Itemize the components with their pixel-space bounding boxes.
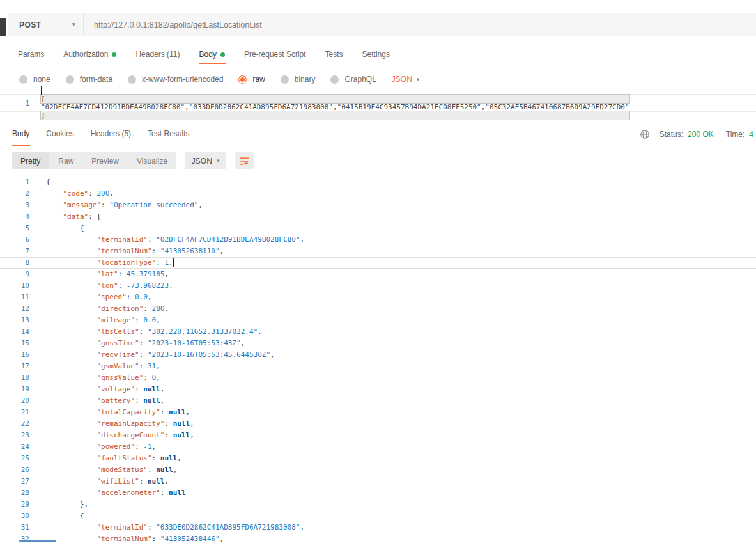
request-body-text: "02DFCF4AF7CD412D91BDEA49B028FC80","033D… (41, 103, 629, 111)
request-tab-body[interactable]: Body (199, 46, 226, 64)
body-mode-none[interactable]: none (19, 75, 50, 84)
request-tab-params[interactable]: Params (17, 46, 45, 64)
view-mode-pretty[interactable]: Pretty (12, 152, 49, 169)
request-tab-authorization[interactable]: Authorization (63, 46, 117, 64)
radio-icon (128, 75, 136, 84)
line-text: "message": "Operation succeeded", (36, 200, 203, 211)
response-tabs: BodyCookiesHeaders (5)Test Results (12, 122, 190, 146)
tab-label: Authorization (63, 50, 108, 59)
request-tabs: ParamsAuthorizationHeaders (11)BodyPre-r… (17, 46, 756, 64)
code-line-26: 26 "modeStatus": null, (0, 464, 756, 476)
body-mode-x-www-form-urlencoded[interactable]: x-www-form-urlencoded (128, 75, 223, 84)
body-mode-raw[interactable]: raw (238, 75, 265, 84)
method-select[interactable]: POST ▾ (8, 13, 84, 36)
url-input[interactable]: http://127.0.0.1:8182/apollo/getLastLoca… (84, 13, 756, 36)
line-text: "recvTime": "2023-10-16T05:53:45.644530Z… (36, 349, 275, 361)
text-cursor (41, 86, 42, 95)
code-line-14: 14 "lbsCells": "302,220,11652,31337032,4… (0, 326, 756, 338)
line-text: "gnssValue": 0, (36, 372, 160, 384)
code-line-22: 22 "remainCapacity": null, (0, 418, 756, 430)
tab-label: Headers (11) (135, 50, 180, 59)
code-line-2: 2 "code": 200, (0, 188, 756, 200)
request-tab-pre-request-script[interactable]: Pre-request Script (243, 46, 307, 64)
mode-label: binary (295, 75, 316, 84)
unsaved-changes-dot (112, 52, 116, 57)
line-text: "lat": 45.379185, (36, 269, 169, 280)
request-body-editor[interactable]: 1 ["02DFCF4AF7CD412D91BDEA49B028FC80","0… (0, 94, 756, 112)
view-mode-visualize[interactable]: Visualize (128, 152, 176, 169)
line-text: "direction": 280, (36, 303, 169, 315)
code-line-19: 19 "voltage": null, (0, 384, 756, 395)
view-mode-preview[interactable]: Preview (82, 152, 128, 169)
method-label: POST (19, 20, 41, 29)
response-header: BodyCookiesHeaders (5)Test Results Statu… (0, 122, 756, 146)
line-text: "gnssTime": "2023-10-16T05:53:43Z", (36, 338, 245, 349)
line-number: 4 (0, 211, 36, 223)
line-number: 10 (0, 280, 36, 292)
request-tab-headers-11[interactable]: Headers (11) (135, 46, 180, 64)
line-text: "modeStatus": null, (36, 464, 177, 476)
sidebar-toggle[interactable] (0, 18, 6, 36)
response-tab-body[interactable]: Body (12, 122, 30, 146)
line-text: "data": [ (36, 211, 101, 223)
view-mode-raw[interactable]: Raw (49, 152, 82, 169)
line-number: 28 (0, 487, 36, 499)
line-text: "lbsCells": "302,220,11652,31337032,4", (36, 326, 262, 338)
response-view-modes: PrettyRawPreviewVisualize (12, 152, 176, 169)
bracket-open: [ (41, 95, 629, 103)
mode-label: raw (252, 75, 265, 84)
line-number: 9 (0, 269, 36, 280)
line-number: 11 (0, 292, 36, 303)
line-text: "gsmValue": 31, (36, 361, 160, 372)
response-tab-headers-5[interactable]: Headers (5) (90, 122, 132, 146)
body-language-select[interactable]: JSON ▾ (392, 75, 420, 84)
code-line-11: 11 "speed": 0.0, (0, 292, 756, 303)
code-line-15: 15 "gnssTime": "2023-10-16T05:53:43Z", (0, 338, 756, 349)
request-tab-tests[interactable]: Tests (325, 46, 344, 64)
line-number: 20 (0, 395, 36, 407)
line-number: 19 (0, 384, 36, 395)
body-mode-graphql[interactable]: GraphQL (330, 75, 376, 84)
radio-selected-icon (238, 75, 247, 84)
line-text: "terminalId": "033DE0D2862C41AD895FD6A72… (36, 522, 304, 533)
url-bar: POST ▾ http://127.0.0.1:8182/apollo/getL… (8, 13, 756, 36)
response-code-lines[interactable]: 1{2 "code": 200,3 "message": "Operation … (0, 177, 756, 543)
wrap-text-button[interactable] (235, 152, 254, 169)
code-line-7: 7 "terminalNum": "413052638110", (0, 246, 756, 257)
line-text: "locationType": 1, (36, 258, 174, 268)
line-text: "wifiList": null, (36, 476, 169, 487)
line-number: 13 (0, 315, 36, 326)
request-url-row: POST ▾ http://127.0.0.1:8182/apollo/getL… (0, 13, 756, 36)
body-mode-form-data[interactable]: form-data (66, 75, 112, 84)
line-number: 21 (0, 407, 36, 418)
line-text: "code": 200, (36, 188, 114, 200)
line-text: "mileage": 0.0, (36, 315, 160, 326)
code-line-18: 18 "gnssValue": 0, (0, 372, 756, 384)
response-language-select[interactable]: JSON ▾ (185, 152, 227, 169)
line-text: }, (36, 499, 88, 510)
line-number: 22 (0, 418, 36, 430)
line-number: 29 (0, 499, 36, 510)
response-tab-test-results[interactable]: Test Results (147, 122, 190, 146)
time-value: 4 (749, 130, 753, 139)
network-globe-icon[interactable] (640, 129, 650, 139)
status-label: Status: (660, 130, 683, 139)
line-number: 27 (0, 476, 36, 487)
request-tab-settings[interactable]: Settings (362, 46, 390, 64)
radio-icon (19, 75, 27, 84)
line-number: 26 (0, 464, 36, 476)
tab-label: Body (199, 50, 217, 59)
code-line-25: 25 "faultStatus": null, (0, 453, 756, 464)
code-line-1: 1{ (0, 177, 756, 188)
body-mode-options: noneform-datax-www-form-urlencodedrawbin… (19, 71, 756, 88)
response-tab-cookies[interactable]: Cookies (45, 122, 74, 146)
status-value: 200 OK (688, 130, 714, 139)
code-line-12: 12 "direction": 280, (0, 303, 756, 315)
tab-label: Tests (325, 50, 343, 59)
body-mode-binary[interactable]: binary (281, 75, 316, 84)
horizontal-scrollbar-thumb[interactable] (19, 540, 56, 542)
line-text: "accelerometer": null (36, 487, 186, 499)
bracket-close: ] (41, 111, 629, 120)
code-line-4: 4 "data": [ (0, 211, 756, 223)
line-number: 16 (0, 349, 36, 361)
